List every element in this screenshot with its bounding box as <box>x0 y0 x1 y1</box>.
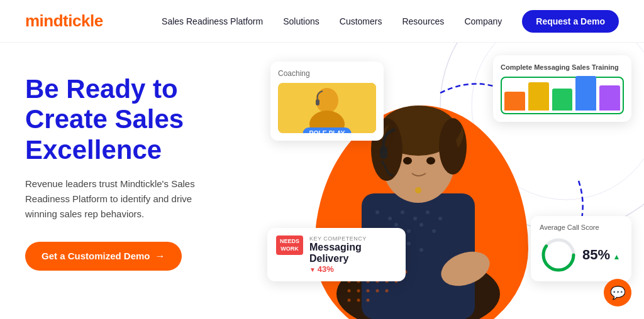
svg-point-43 <box>357 289 360 293</box>
svg-point-47 <box>348 299 351 302</box>
svg-point-13 <box>419 223 423 227</box>
logo: mindtickle <box>25 11 103 31</box>
svg-point-46 <box>386 289 389 293</box>
svg-point-4 <box>375 210 379 214</box>
nav-item-solutions[interactable]: Solutions <box>283 16 319 26</box>
nav-item-customers[interactable]: Customers <box>340 16 382 26</box>
svg-point-7 <box>413 217 417 220</box>
svg-point-11 <box>394 223 398 227</box>
svg-point-12 <box>407 229 411 233</box>
svg-point-9 <box>438 217 442 220</box>
average-call-score-card: Average Call Score 85% ▲ <box>531 216 631 281</box>
chart-card-label: Complete Messaging Sales Training <box>501 63 624 72</box>
svg-point-5 <box>388 217 392 220</box>
svg-point-49 <box>367 299 370 302</box>
nav-item-resources[interactable]: Resources <box>402 16 444 26</box>
svg-point-14 <box>432 229 436 233</box>
main-nav: Sales Readiness Platform Solutions Custo… <box>162 10 619 33</box>
score-value: 85% <box>582 247 610 262</box>
get-customized-demo-button[interactable]: Get a Customized Demo → <box>25 242 182 271</box>
coaching-card-label: Coaching <box>278 69 376 78</box>
chat-bubble-button[interactable]: 💬 <box>604 279 631 306</box>
svg-point-24 <box>403 157 412 165</box>
needs-work-badge: NEEDSWORK <box>276 235 303 255</box>
key-competency-label: KEY COMPETENCY <box>309 235 397 242</box>
hero-left: Be Ready to Create Sales Excellence Reve… <box>0 43 264 319</box>
bar-chart <box>501 77 624 114</box>
nav-item-company[interactable]: Company <box>464 16 502 26</box>
svg-point-42 <box>348 289 351 293</box>
svg-point-45 <box>376 289 379 293</box>
chat-icon: 💬 <box>610 285 626 300</box>
bar-chart-bar <box>599 85 620 111</box>
svg-point-44 <box>367 289 370 293</box>
hero-right: Coaching ROLE-PLAY Complete Messaging Sa… <box>264 43 644 319</box>
header: mindtickle Sales Readiness Platform Solu… <box>0 0 644 43</box>
chart-card: Complete Messaging Sales Training <box>493 55 631 122</box>
score-card-label: Average Call Score <box>540 224 623 231</box>
svg-point-27 <box>415 187 421 193</box>
svg-rect-53 <box>316 99 319 105</box>
svg-point-48 <box>357 299 360 302</box>
score-trend: ▲ <box>613 252 621 261</box>
svg-point-23 <box>439 118 467 175</box>
score-gauge <box>540 236 577 274</box>
hero-subtitle: Revenue leaders trust Mindtickle's Sales… <box>25 176 226 222</box>
request-demo-button[interactable]: Request a Demo <box>522 10 619 33</box>
hero-title: Be Ready to Create Sales Excellence <box>25 74 239 165</box>
svg-point-25 <box>426 157 435 165</box>
bar-chart-bar <box>528 82 549 111</box>
arrow-icon: → <box>155 251 165 262</box>
main-content: Be Ready to Create Sales Excellence Reve… <box>0 43 644 319</box>
coaching-card: Coaching ROLE-PLAY <box>270 62 384 141</box>
messaging-delivery-title: Messaging Delivery <box>309 242 397 264</box>
svg-rect-26 <box>380 146 387 159</box>
messaging-delivery-card: NEEDSWORK KEY COMPETENCY Messaging Deliv… <box>267 228 406 281</box>
svg-point-17 <box>407 242 411 246</box>
cta-label: Get a Customized Demo <box>42 251 150 261</box>
nav-item-sales-readiness[interactable]: Sales Readiness Platform <box>162 16 263 26</box>
bar-chart-bar <box>552 89 573 111</box>
bar-chart-bar <box>575 76 596 111</box>
bar-chart-bar <box>504 92 525 111</box>
role-play-badge: ROLE-PLAY <box>303 127 352 133</box>
svg-point-6 <box>401 210 404 214</box>
coaching-thumbnail: ROLE-PLAY <box>278 83 376 133</box>
messaging-percent: 43% <box>309 264 397 274</box>
score-display: 85% ▲ <box>540 236 623 274</box>
svg-point-18 <box>419 248 423 252</box>
svg-point-8 <box>426 210 430 214</box>
